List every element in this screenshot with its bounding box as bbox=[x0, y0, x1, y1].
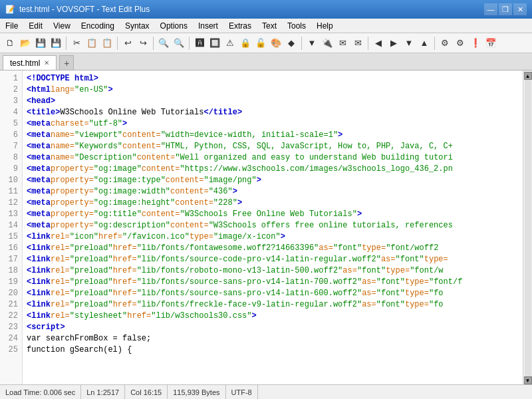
title-bar: 📝 test.html - VOVSOFT - Text Edit Plus —… bbox=[0, 0, 532, 19]
tb-btn10[interactable]: ◆ bbox=[284, 36, 299, 51]
line-num: 5 bbox=[4, 118, 18, 130]
menu-text[interactable]: Text bbox=[257, 19, 282, 33]
menu-options[interactable]: Options bbox=[155, 19, 193, 33]
menu-encoding[interactable]: Encoding bbox=[76, 19, 120, 33]
tb-btn9[interactable]: 🔓 bbox=[253, 36, 268, 51]
tb-redo[interactable]: ↪ bbox=[136, 36, 150, 51]
line-num: 20 bbox=[4, 288, 18, 299]
menu-file[interactable]: File bbox=[0, 19, 23, 33]
code-line-2: <html lang="en-US"> bbox=[27, 84, 519, 96]
tb-plugin[interactable]: 🔌 bbox=[320, 36, 334, 51]
title-bar-controls: — ❐ ✕ bbox=[484, 3, 527, 15]
tb-btn6[interactable]: 🔲 bbox=[207, 36, 222, 51]
tb-save-all[interactable]: 💾 bbox=[49, 36, 63, 51]
code-line-4: <title>W3Schools Online Web Tutorials</t… bbox=[27, 107, 519, 118]
line-num: 7 bbox=[4, 141, 18, 152]
title-bar-left: 📝 test.html - VOVSOFT - Text Edit Plus bbox=[5, 5, 150, 14]
tb-btn7[interactable]: ⚠ bbox=[223, 36, 237, 51]
status-col: Col 16:15 bbox=[125, 385, 168, 399]
code-line-21: <link rel="preload" href="lib/fonts/frec… bbox=[27, 299, 519, 311]
menu-extras[interactable]: Extras bbox=[223, 19, 257, 33]
line-num: 19 bbox=[4, 277, 18, 288]
line-num: 17 bbox=[4, 254, 18, 265]
code-line-24: var searchFromBox = false; bbox=[27, 333, 519, 344]
code-line-25: function gSearch(el) { bbox=[27, 344, 519, 356]
line-num: 11 bbox=[4, 186, 18, 198]
tb-undo[interactable]: ↩ bbox=[120, 36, 135, 51]
menu-insert[interactable]: Insert bbox=[193, 19, 223, 33]
menu-help[interactable]: Help bbox=[311, 19, 338, 33]
tb-sep2 bbox=[117, 37, 118, 50]
tb-sep3 bbox=[153, 37, 154, 50]
status-encoding: UTF-8 bbox=[226, 385, 258, 399]
line-num: 14 bbox=[4, 220, 18, 231]
tab-add-button[interactable]: + bbox=[59, 55, 74, 70]
tb-copy[interactable]: 📋 bbox=[84, 36, 99, 51]
menu-edit[interactable]: Edit bbox=[23, 19, 48, 33]
tb-left[interactable]: ◀ bbox=[371, 36, 386, 51]
line-num: 16 bbox=[4, 243, 18, 254]
scroll-down-button[interactable]: ▼ bbox=[524, 376, 532, 384]
tb-paste[interactable]: 📋 bbox=[100, 36, 114, 51]
tb-settings[interactable]: ⚙ bbox=[438, 36, 452, 51]
code-line-10: <meta property="og:image:type" content="… bbox=[27, 175, 519, 186]
maximize-button[interactable]: ❐ bbox=[499, 3, 512, 15]
code-line-23: <script> bbox=[27, 322, 519, 333]
tb-replace[interactable]: 🔍 bbox=[172, 36, 186, 51]
app-icon: 📝 bbox=[5, 5, 15, 14]
tb-right[interactable]: ▶ bbox=[386, 36, 401, 51]
line-num: 18 bbox=[4, 265, 18, 277]
code-line-16: <link rel="preload" href="lib/fonts/font… bbox=[27, 243, 519, 254]
tb-btn5[interactable]: 🅰 bbox=[192, 36, 207, 51]
title-text: test.html - VOVSOFT - Text Edit Plus bbox=[19, 5, 150, 14]
code-line-12: <meta property="og:image:height" content… bbox=[27, 198, 519, 209]
close-button[interactable]: ✕ bbox=[513, 3, 527, 15]
tb-btn8[interactable]: 🔒 bbox=[238, 36, 253, 51]
line-num: 9 bbox=[4, 164, 18, 175]
tb-calendar[interactable]: 📅 bbox=[483, 36, 498, 51]
tb-down[interactable]: ▼ bbox=[402, 36, 416, 51]
tb-mail[interactable]: ✉ bbox=[335, 36, 350, 51]
tb-up[interactable]: ▲ bbox=[417, 36, 432, 51]
status-load-time: Load Time: 0.006 sec bbox=[5, 385, 81, 399]
tb-filter[interactable]: ▼ bbox=[305, 36, 319, 51]
code-line-18: <link rel="preload" href="lib/fonts/robo… bbox=[27, 265, 519, 277]
line-num: 24 bbox=[4, 333, 18, 344]
code-line-3: <head> bbox=[27, 96, 519, 107]
status-bytes: 115,939 Bytes bbox=[168, 385, 225, 399]
tb-settings2[interactable]: ⚙ bbox=[453, 36, 467, 51]
tb-find[interactable]: 🔍 bbox=[156, 36, 171, 51]
toolbar: 🗋 📂 💾 💾 ✂ 📋 📋 ↩ ↪ 🔍 🔍 🅰 🔲 ⚠ 🔒 🔓 🎨 ◆ ▼ 🔌 … bbox=[0, 33, 532, 53]
code-line-9: <meta property="og:image" content="https… bbox=[27, 164, 519, 175]
line-num: 3 bbox=[4, 96, 18, 107]
tb-save[interactable]: 💾 bbox=[33, 36, 48, 51]
code-line-14: <meta property="og:description" content=… bbox=[27, 220, 519, 231]
tb-mail2[interactable]: ✉ bbox=[350, 36, 365, 51]
code-line-7: <meta name="Keywords" content="HTML, Pyt… bbox=[27, 141, 519, 152]
tb-color[interactable]: 🎨 bbox=[269, 36, 283, 51]
tb-new[interactable]: 🗋 bbox=[3, 36, 17, 51]
line-num: 2 bbox=[4, 84, 18, 96]
menu-view[interactable]: View bbox=[48, 19, 76, 33]
line-num: 12 bbox=[4, 198, 18, 209]
code-line-5: <meta charset="utf-8"> bbox=[27, 118, 519, 130]
tb-exclaim[interactable]: ❗ bbox=[468, 36, 483, 51]
minimize-button[interactable]: — bbox=[484, 3, 497, 15]
tab-test-html[interactable]: test.html ✕ bbox=[3, 55, 57, 70]
code-line-15: <link rel="icon" href="/favicon.ico" typ… bbox=[27, 231, 519, 243]
code-line-22: <link rel="stylesheet" href="lib/w3schoo… bbox=[27, 311, 519, 322]
menu-tools[interactable]: Tools bbox=[282, 19, 311, 33]
scroll-up-button[interactable]: ▲ bbox=[524, 72, 532, 80]
code-line-13: <meta property="og:title" content="W3Sch… bbox=[27, 209, 519, 220]
code-line-19: <link rel="preload" href="lib/fonts/sour… bbox=[27, 277, 519, 288]
line-num: 8 bbox=[4, 152, 18, 164]
menu-syntax[interactable]: Syntax bbox=[120, 19, 155, 33]
code-line-1: <!DOCTYPE html> bbox=[27, 73, 519, 84]
vertical-scrollbar[interactable]: ▲ ▼ bbox=[523, 70, 532, 384]
tab-close-icon[interactable]: ✕ bbox=[44, 59, 49, 66]
tb-sep4 bbox=[189, 37, 190, 50]
code-area[interactable]: <!DOCTYPE html> <html lang="en-US"> <hea… bbox=[23, 70, 523, 384]
tb-open[interactable]: 📂 bbox=[18, 36, 33, 51]
code-line-6: <meta name="viewport" content="width=dev… bbox=[27, 130, 519, 141]
tb-cut[interactable]: ✂ bbox=[69, 36, 84, 51]
